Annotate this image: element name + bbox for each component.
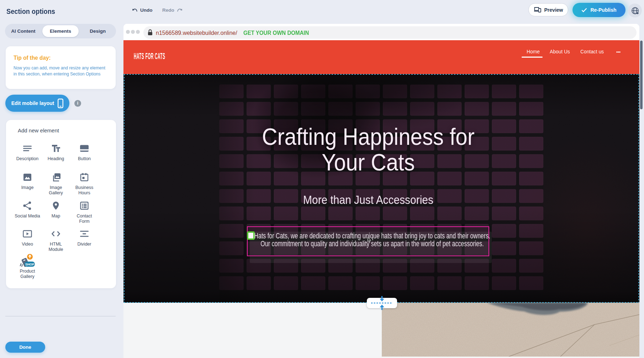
svg-text:SHOP: SHOP <box>25 263 35 266</box>
